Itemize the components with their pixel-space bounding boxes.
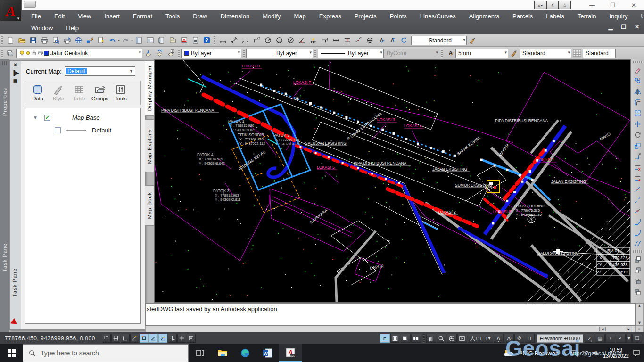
- menu-item-dimension[interactable]: Dimension: [214, 13, 256, 20]
- menu-item-draw[interactable]: Draw: [186, 13, 214, 20]
- scroll-right-icon[interactable]: ►: [626, 327, 632, 331]
- favorites-star-icon[interactable]: ☆: [559, 1, 571, 9]
- extend-icon[interactable]: [632, 173, 644, 184]
- dim-angular-icon[interactable]: [296, 35, 307, 46]
- menu-item-format[interactable]: Format: [126, 13, 159, 20]
- batch-standards-icon[interactable]: [95, 35, 107, 46]
- fillet-icon[interactable]: [632, 227, 644, 238]
- ducs-icon[interactable]: [158, 334, 167, 343]
- doc-close-button[interactable]: ✕: [633, 24, 641, 30]
- erase-icon[interactable]: [632, 65, 644, 75]
- chamfer-icon[interactable]: [632, 216, 644, 227]
- designcenter-icon[interactable]: [144, 35, 156, 46]
- dim-update-icon[interactable]: [398, 35, 409, 46]
- toolbar-grip[interactable]: [633, 61, 643, 63]
- quickview-layouts-icon[interactable]: [401, 334, 411, 343]
- dim-text-edit-icon[interactable]: A: [387, 35, 398, 46]
- send-to-back-icon[interactable]: [632, 265, 644, 276]
- dyn-icon[interactable]: [168, 334, 177, 343]
- tool-palettes-icon[interactable]: [156, 35, 167, 46]
- dim-jogged-icon[interactable]: [273, 35, 285, 46]
- toolbar-grip[interactable]: [1, 36, 3, 45]
- 3d-dwf-icon[interactable]: [73, 35, 84, 46]
- menu-item-express[interactable]: Express: [313, 13, 348, 20]
- menu-item-file[interactable]: File: [25, 13, 48, 20]
- menu-item-insert[interactable]: Insert: [98, 13, 126, 20]
- scroll-up-icon[interactable]: ▲: [637, 304, 642, 308]
- quickcalc-icon[interactable]: [190, 35, 201, 46]
- word-icon[interactable]: W: [256, 344, 279, 362]
- pan-icon[interactable]: [426, 334, 436, 343]
- dock-grip[interactable]: [2, 61, 8, 65]
- rotate-icon[interactable]: [632, 130, 644, 140]
- save-icon[interactable]: [27, 35, 39, 46]
- layout-icon[interactable]: [390, 334, 400, 343]
- app-status-icon-2[interactable]: ♀: [605, 334, 615, 343]
- snap-icon[interactable]: [102, 334, 111, 343]
- lineweight-combobox[interactable]: ByLayer▾: [318, 49, 384, 58]
- menu-item-help[interactable]: Help: [59, 25, 85, 32]
- menu-item-window[interactable]: Window: [25, 25, 59, 32]
- dim-aligned-icon[interactable]: [228, 35, 239, 46]
- send-under-icon[interactable]: [632, 287, 644, 297]
- task-pane-properties-icon[interactable]: ▣: [12, 78, 19, 85]
- zoom-icon[interactable]: [437, 334, 446, 343]
- application-menu-button[interactable]: A▼: [0, 0, 22, 22]
- join-icon[interactable]: [632, 206, 644, 216]
- start-button[interactable]: [0, 344, 23, 362]
- new-file-icon[interactable]: [5, 35, 16, 46]
- tree-collapse-icon[interactable]: ▼: [33, 115, 38, 120]
- app-status-icon-3[interactable]: ✓: [616, 334, 626, 343]
- toolbar-grip[interactable]: [441, 49, 443, 58]
- quickview-drawings-icon[interactable]: [411, 334, 421, 343]
- polar-icon[interactable]: [130, 334, 139, 343]
- menu-item-edit[interactable]: Edit: [48, 13, 71, 20]
- properties-palette-tab[interactable]: Properties: [2, 88, 8, 116]
- dim-baseline-icon[interactable]: [319, 35, 330, 46]
- text-style-combobox[interactable]: 5mm▾: [455, 49, 508, 58]
- quick-access-toolbar-button[interactable]: [24, 1, 36, 8]
- scroll-left-icon[interactable]: ◄: [599, 327, 606, 331]
- copy-icon[interactable]: [632, 75, 644, 86]
- color-combobox[interactable]: ByLayer▾: [181, 49, 241, 58]
- window-maximize-button[interactable]: ❐: [603, 0, 623, 10]
- tab-map-book[interactable]: Map Book: [145, 185, 154, 226]
- task-pane-dock-tab[interactable]: Task Pane: [2, 243, 8, 272]
- steering-wheel-icon[interactable]: [447, 334, 457, 343]
- sheetset-manager-icon[interactable]: [167, 35, 178, 46]
- default-layer-label[interactable]: Default: [92, 127, 111, 134]
- menu-item-points[interactable]: Points: [383, 13, 413, 20]
- make-current-layer-icon[interactable]: [142, 48, 154, 59]
- layer-properties-icon[interactable]: [5, 48, 16, 59]
- plot-icon[interactable]: [39, 35, 50, 46]
- satellite-icon[interactable]: ☇: [546, 1, 559, 9]
- menu-item-lines-curves[interactable]: Lines/Curves: [413, 13, 462, 20]
- edge-icon[interactable]: [234, 344, 256, 362]
- trim-icon[interactable]: [632, 162, 644, 173]
- dim-linear-icon[interactable]: [217, 35, 228, 46]
- grid-icon[interactable]: [111, 334, 120, 343]
- scale-icon[interactable]: [632, 140, 644, 151]
- match-properties-icon[interactable]: [84, 35, 95, 46]
- dim-style-icon[interactable]: [508, 48, 520, 59]
- toolbar-grip[interactable]: [214, 36, 215, 45]
- action-center-icon[interactable]: [633, 349, 640, 357]
- dim-style2-combobox[interactable]: Standard▾: [520, 49, 571, 58]
- menu-item-modify[interactable]: Modify: [256, 13, 287, 20]
- dim-style-combobox[interactable]: Standard▾: [411, 36, 467, 45]
- bring-to-front-icon[interactable]: [632, 254, 644, 265]
- map-base-label[interactable]: Map Base: [72, 114, 100, 121]
- break-point-icon[interactable]: [632, 184, 644, 195]
- toolbar-grip[interactable]: [314, 49, 316, 58]
- scroll-down-icon[interactable]: ▼: [637, 321, 642, 325]
- model-icon[interactable]: F: [380, 334, 390, 343]
- move-icon[interactable]: [632, 119, 644, 130]
- layer-previous-icon[interactable]: [154, 48, 165, 59]
- array-icon[interactable]: [632, 108, 644, 119]
- layer-combobox[interactable]: Jalur Geolistrik▾: [16, 49, 142, 58]
- toolbar-grip[interactable]: [633, 250, 643, 253]
- toolbar-grip[interactable]: [243, 49, 245, 58]
- taskpane-button-data[interactable]: Data: [28, 82, 47, 104]
- ortho-icon[interactable]: [121, 334, 130, 343]
- offset-icon[interactable]: [632, 97, 644, 108]
